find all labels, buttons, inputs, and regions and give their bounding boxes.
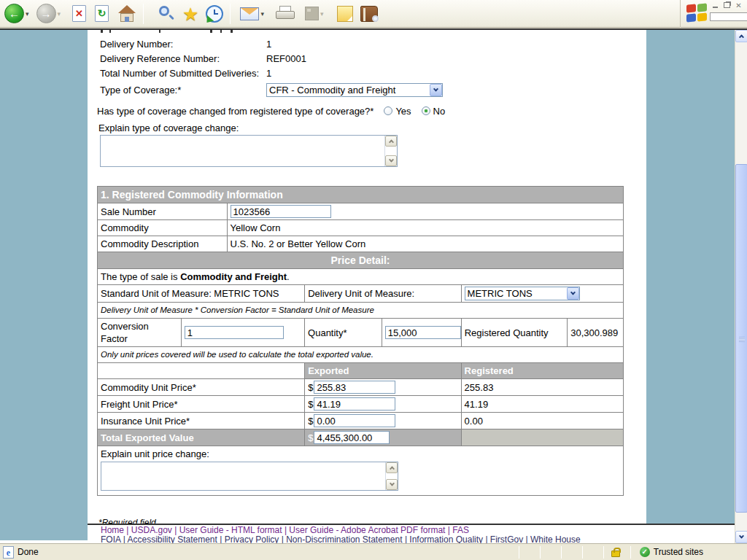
security-zone-label: Trusted sites bbox=[654, 547, 703, 557]
refresh-glyph: ↻ bbox=[98, 7, 107, 19]
no-label: No bbox=[433, 106, 446, 117]
delivery-reference-value: REF0001 bbox=[266, 52, 306, 66]
footer-link[interactable]: FAS bbox=[452, 525, 469, 535]
site-footer: HomeUSDA.govUser Guide - HTML formatUser… bbox=[88, 524, 735, 543]
mail-icon[interactable] bbox=[240, 7, 259, 20]
back-icon[interactable]: ← bbox=[4, 4, 24, 23]
registered-quantity-label: Registered Quantity bbox=[461, 319, 568, 346]
type-of-coverage-selected: CFR - Commodity and Freight bbox=[267, 85, 430, 96]
chevron-down-icon[interactable] bbox=[430, 84, 442, 96]
toolbar-separator bbox=[230, 4, 231, 24]
total-exported-value-row: Total Exported Value $ bbox=[98, 429, 623, 446]
scroll-up-icon[interactable] bbox=[386, 462, 398, 473]
discuss-icon[interactable] bbox=[337, 6, 353, 22]
footer-link[interactable]: Accessibility Statement bbox=[127, 534, 224, 543]
standard-uom-label: Standard Unit of Measure: METRIC TONS bbox=[98, 285, 304, 302]
delivery-number-row: Delivery Number: 1 bbox=[88, 37, 646, 52]
footer-link[interactable]: Non-Discrimination Statement bbox=[286, 534, 409, 543]
back-dropdown-icon[interactable]: ▾ bbox=[26, 10, 29, 18]
unit-of-measure-row: Standard Unit of Measure: METRIC TONS De… bbox=[98, 284, 623, 302]
footer-link[interactable]: Home bbox=[101, 525, 131, 535]
status-separator bbox=[561, 546, 562, 559]
footer-link[interactable]: Information Quality bbox=[409, 534, 490, 543]
footer-link[interactable]: FOIA bbox=[101, 534, 127, 543]
insurance-unit-price-input[interactable] bbox=[314, 414, 395, 427]
footer-link[interactable]: User Guide - Adobe Acrobat PDF format bbox=[289, 525, 452, 535]
type-of-coverage-select[interactable]: CFR - Commodity and Freight bbox=[266, 83, 443, 97]
toolbar-brand-area: ✕ bbox=[680, 0, 747, 28]
explain-coverage-textarea[interactable] bbox=[100, 135, 398, 167]
total-exported-value-input[interactable] bbox=[314, 431, 390, 444]
footer-link[interactable]: User Guide - HTML format bbox=[179, 525, 290, 535]
registered-quantity-value: 30,300.989 bbox=[567, 319, 623, 346]
delivery-uom-selected: METRIC TONS bbox=[465, 287, 567, 300]
type-of-sale-row: The type of sale is Commodity and Freigh… bbox=[98, 268, 623, 284]
scroll-up-icon[interactable] bbox=[385, 136, 397, 147]
delivery-uom-select[interactable]: METRIC TONS bbox=[465, 287, 580, 300]
lock-icon bbox=[611, 551, 620, 557]
stop-icon[interactable]: ✕ bbox=[72, 5, 86, 22]
sale-number-row: Sale Number bbox=[98, 203, 623, 219]
close-button[interactable]: ✕ bbox=[735, 1, 743, 9]
coverage-changed-no-radio[interactable] bbox=[422, 106, 430, 115]
quantity-input[interactable] bbox=[385, 326, 461, 339]
scrollbar-down-icon[interactable] bbox=[735, 531, 747, 543]
stop-x-glyph: ✕ bbox=[75, 8, 83, 19]
type-of-coverage-row: Type of Coverage:* CFR - Commodity and F… bbox=[88, 81, 646, 98]
address-field-stub bbox=[710, 12, 747, 21]
delivery-uom-label: Delivery Unit of Measure: bbox=[304, 285, 460, 302]
refresh-icon[interactable]: ↻ bbox=[95, 5, 109, 22]
forward-dropdown-icon: ▾ bbox=[58, 10, 61, 18]
textarea-scrollbar[interactable] bbox=[385, 462, 398, 490]
registered-commodity-table: 1. Registered Commodity Information Sale… bbox=[97, 186, 624, 496]
insurance-unit-price-row: Insurance Unit Price* $ 0.00 bbox=[98, 412, 623, 429]
research-icon[interactable] bbox=[360, 6, 378, 22]
freight-unit-price-row: Freight Unit Price* $ 41.19 bbox=[98, 395, 623, 412]
scrollbar-thumb[interactable] bbox=[735, 164, 747, 513]
clipped-row-remnant bbox=[88, 30, 646, 34]
delivery-number-label: Delivery Number: bbox=[100, 37, 266, 52]
footer-link[interactable]: FirstGov bbox=[490, 534, 530, 543]
scroll-down-icon[interactable] bbox=[386, 479, 398, 490]
restore-button[interactable] bbox=[724, 2, 730, 8]
scrollbar-up-icon[interactable] bbox=[735, 30, 747, 42]
history-icon[interactable] bbox=[206, 5, 223, 23]
print-icon[interactable] bbox=[276, 6, 295, 22]
commodity-unit-price-registered: 255.83 bbox=[461, 379, 623, 395]
coverage-changed-yes-radio[interactable] bbox=[384, 106, 392, 115]
commodity-unit-price-label: Commodity Unit Price* bbox=[98, 379, 304, 395]
footer-link[interactable]: USDA.gov bbox=[131, 525, 179, 535]
footer-link[interactable]: Privacy Policy bbox=[225, 534, 286, 543]
total-exported-value-label: Total Exported Value bbox=[98, 429, 304, 446]
commodity-unit-price-row: Commodity Unit Price* $ 255.83 bbox=[98, 378, 623, 395]
price-column-header-row: Exported Registered bbox=[98, 362, 623, 378]
currency-symbol: $ bbox=[308, 398, 313, 411]
currency-symbol: $ bbox=[308, 415, 313, 427]
commodity-label: Commodity bbox=[98, 220, 227, 236]
footer-link[interactable]: White House bbox=[530, 534, 581, 543]
total-deliveries-row: Total Number of Submitted Deliveries: 1 bbox=[88, 66, 646, 81]
minimize-button[interactable] bbox=[711, 1, 719, 9]
freight-unit-price-input[interactable] bbox=[314, 397, 395, 411]
scroll-down-icon[interactable] bbox=[385, 155, 397, 166]
delivery-reference-label: Delivery Reference Number: bbox=[100, 52, 266, 66]
explain-unit-price-textarea[interactable] bbox=[101, 462, 398, 491]
vertical-scrollbar[interactable] bbox=[735, 30, 747, 543]
page-right-margin bbox=[646, 30, 735, 524]
search-icon[interactable] bbox=[158, 5, 175, 23]
favorites-icon[interactable]: ★ bbox=[182, 5, 198, 23]
conversion-factor-input[interactable] bbox=[185, 326, 284, 339]
windows-flag-icon bbox=[686, 4, 708, 23]
forward-icon[interactable]: → bbox=[36, 4, 56, 23]
trusted-zone-icon: ✓ bbox=[640, 547, 650, 557]
mail-dropdown-icon[interactable]: ▾ bbox=[260, 10, 264, 18]
sale-number-input[interactable] bbox=[231, 205, 331, 218]
back-arrow-glyph: ← bbox=[9, 4, 20, 23]
section1-header: 1. Registered Commodity Information bbox=[98, 187, 623, 203]
home-icon[interactable] bbox=[117, 5, 136, 23]
edit-dropdown-icon: ▾ bbox=[320, 10, 324, 18]
textarea-scrollbar[interactable] bbox=[384, 136, 397, 166]
commodity-unit-price-input[interactable] bbox=[314, 381, 395, 394]
chevron-down-icon[interactable] bbox=[567, 287, 579, 300]
delivery-reference-row: Delivery Reference Number: REF0001 bbox=[88, 52, 646, 66]
